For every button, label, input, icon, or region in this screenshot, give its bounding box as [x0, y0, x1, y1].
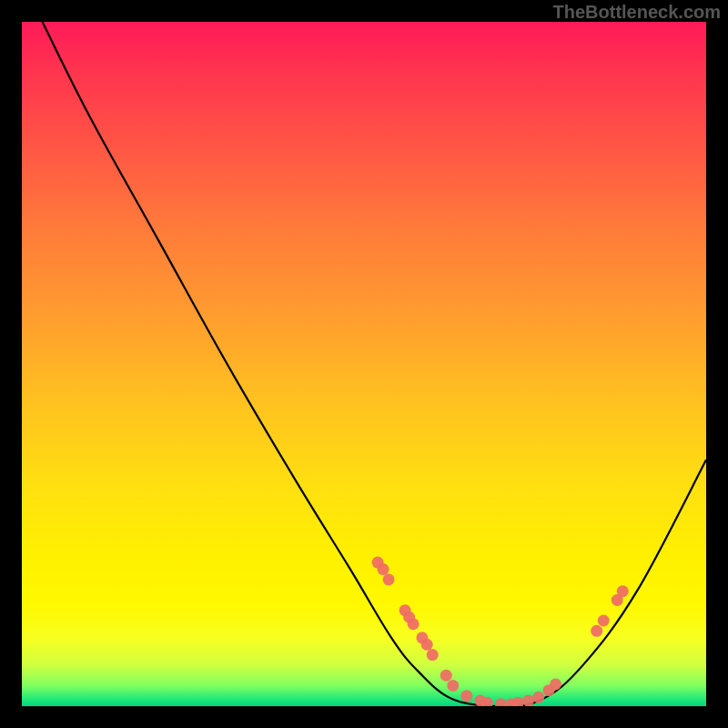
- data-marker: [408, 618, 420, 630]
- data-marker: [440, 670, 452, 682]
- data-marker: [598, 615, 610, 627]
- data-marker: [532, 692, 544, 703]
- data-marker: [460, 690, 472, 702]
- bottleneck-curve: [43, 22, 706, 706]
- data-marker: [421, 639, 433, 651]
- data-marker: [550, 678, 561, 690]
- data-marker: [378, 563, 389, 575]
- chart-svg: [22, 22, 706, 706]
- data-marker: [617, 585, 629, 597]
- data-marker: [383, 573, 395, 585]
- data-marker: [512, 697, 524, 706]
- data-marker: [427, 649, 439, 661]
- watermark-text: TheBottleneck.com: [553, 2, 721, 23]
- plot-area: [22, 22, 706, 706]
- data-markers: [372, 557, 629, 706]
- data-marker: [447, 680, 459, 692]
- data-marker: [522, 694, 534, 706]
- data-marker: [495, 698, 507, 706]
- data-marker: [591, 625, 602, 637]
